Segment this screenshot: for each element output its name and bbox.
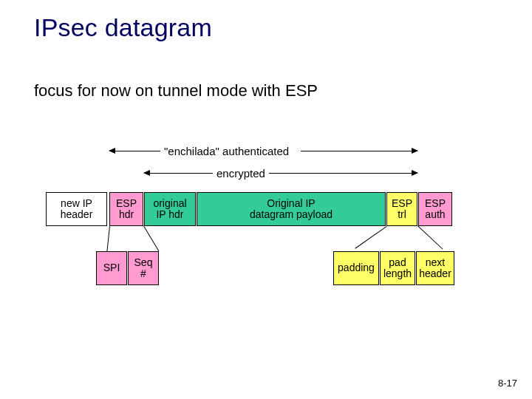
auth-span-left [109, 151, 160, 151]
connector-esp-trl-left [355, 226, 386, 249]
slide: IPsec datagram focus for now on tunnel m… [0, 0, 532, 399]
enc-span-right [269, 173, 417, 174]
seg-esp-trl: ESP trl [386, 192, 417, 226]
enc-span-label: encrypted [216, 167, 265, 180]
seg-padding: padding [333, 251, 379, 285]
seg-payload: Original IP datagram payload [197, 192, 386, 226]
seg-esp-auth: ESP auth [418, 192, 452, 226]
auth-span-right [301, 151, 417, 151]
page-title: IPsec datagram [34, 13, 212, 42]
auth-span-label: "enchilada" authenticated [164, 145, 289, 157]
seg-esp-hdr: ESP hdr [109, 192, 143, 226]
seg-spi: SPI [96, 251, 127, 285]
page-number: 8-17 [498, 378, 517, 389]
seg-new-ip-header: new IP header [46, 192, 107, 226]
seg-orig-ip-hdr: original IP hdr [144, 192, 196, 226]
seg-next-header: next header [416, 251, 454, 285]
subtitle: focus for now on tunnel mode with ESP [34, 81, 318, 100]
connector-esp-hdr-right [143, 225, 159, 251]
seg-seq: Seq # [128, 251, 159, 285]
seg-pad-length: pad length [380, 251, 415, 285]
enc-span-left [144, 173, 213, 174]
connector-esp-trl-right [417, 225, 443, 249]
